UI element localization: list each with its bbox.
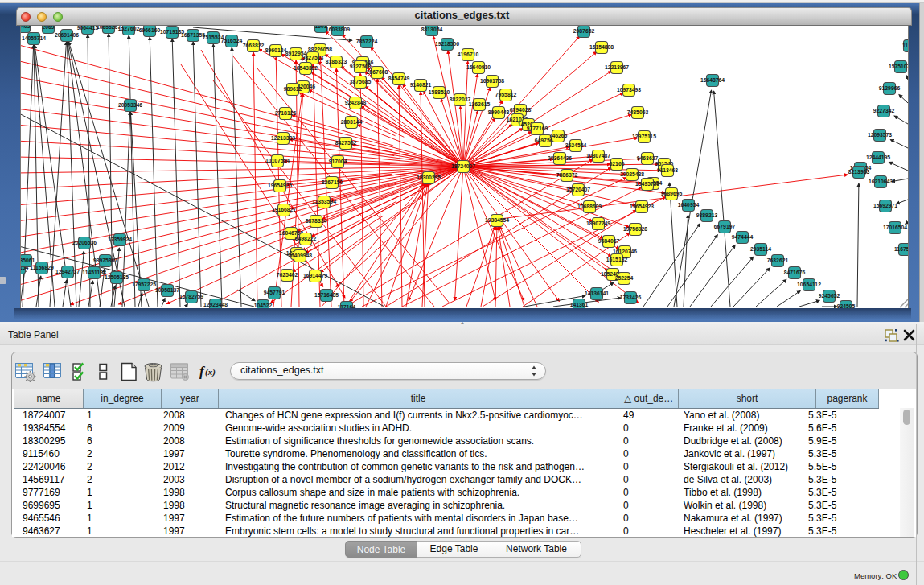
svg-text:9684067: 9684067 <box>598 238 620 244</box>
svg-text:11173: 11173 <box>902 43 908 48</box>
svg-text:8186323: 8186323 <box>326 59 347 64</box>
svg-text:10655267: 10655267 <box>97 26 121 30</box>
svg-text:9777169: 9777169 <box>527 126 548 131</box>
svg-text:8454749: 8454749 <box>388 76 410 81</box>
svg-text:18724007: 18724007 <box>451 163 475 169</box>
svg-text:17016504: 17016504 <box>883 225 907 230</box>
svg-text:20206536: 20206536 <box>72 240 97 245</box>
svg-text:141361: 141361 <box>570 302 589 307</box>
svg-text:14136141: 14136141 <box>585 290 609 296</box>
svg-text:19654923: 19654923 <box>630 204 654 209</box>
svg-text:14055714: 14055714 <box>22 35 46 41</box>
svg-text:2718126: 2718126 <box>275 110 297 116</box>
svg-text:746266: 746266 <box>549 133 568 138</box>
svg-text:935061: 935061 <box>21 257 35 263</box>
svg-text:7516524: 7516524 <box>221 38 243 43</box>
svg-text:9689695: 9689695 <box>661 191 683 196</box>
svg-text:104522: 104522 <box>254 303 273 308</box>
svg-text:9129966: 9129966 <box>879 85 901 91</box>
svg-text:252254: 252254 <box>615 275 634 281</box>
svg-text:1527602: 1527602 <box>118 26 140 31</box>
svg-text:8960124: 8960124 <box>265 47 287 53</box>
svg-text:1640954: 1640954 <box>678 202 700 208</box>
svg-text:16648764: 16648764 <box>700 77 725 83</box>
svg-text:8213953: 8213953 <box>848 169 870 175</box>
svg-text:16033809: 16033809 <box>326 27 350 32</box>
svg-text:12505135: 12505135 <box>105 274 129 280</box>
svg-text:10958137: 10958137 <box>155 287 179 293</box>
svg-text:1588520: 1588520 <box>429 89 450 95</box>
svg-text:3624554: 3624554 <box>565 142 587 148</box>
svg-text:9327503: 9327503 <box>302 55 324 60</box>
svg-text:9474444: 9474444 <box>732 234 754 240</box>
svg-text:2935114: 2935114 <box>750 246 771 252</box>
svg-text:19166827: 19166827 <box>272 207 296 212</box>
svg-text:9113463: 9113463 <box>657 167 678 173</box>
svg-text:8813054: 8813054 <box>421 27 443 32</box>
svg-text:20691406: 20691406 <box>55 32 79 38</box>
svg-text:8990448: 8990448 <box>488 109 510 115</box>
svg-text:19384554: 19384554 <box>485 217 509 223</box>
svg-text:16154808: 16154808 <box>589 44 614 50</box>
svg-text:10025488: 10025488 <box>620 171 644 177</box>
svg-text:17957225: 17957225 <box>132 282 156 287</box>
svg-text:93975867: 93975867 <box>93 257 117 263</box>
svg-text:12213967: 12213967 <box>605 64 629 70</box>
svg-text:7857224: 7857224 <box>356 39 378 44</box>
svg-text:15495759: 15495759 <box>635 181 659 187</box>
svg-text:15751074: 15751074 <box>889 64 908 69</box>
svg-text:15692971: 15692971 <box>873 203 897 208</box>
svg-text:6498222: 6498222 <box>295 236 317 241</box>
svg-text:1362615: 1362615 <box>469 101 491 107</box>
svg-text:17359924: 17359924 <box>108 237 132 242</box>
svg-text:16640910: 16640910 <box>466 64 491 70</box>
svg-text:11451194: 11451194 <box>82 270 106 275</box>
svg-text:7632621: 7632621 <box>767 257 789 263</box>
svg-text:9327508: 9327508 <box>350 64 372 69</box>
svg-text:9064415: 9064415 <box>77 26 99 31</box>
svg-text:7663822: 7663822 <box>243 43 265 48</box>
svg-text:16961758: 16961758 <box>480 78 504 84</box>
svg-text:12923448: 12923448 <box>203 302 228 307</box>
svg-text:4196710: 4196710 <box>458 51 479 57</box>
svg-text:10107554: 10107554 <box>265 158 290 163</box>
svg-text:18907249: 18907249 <box>586 220 610 226</box>
svg-text:16914479: 16914479 <box>303 273 327 278</box>
svg-text:9245652: 9245652 <box>819 293 840 299</box>
svg-text:16671355: 16671355 <box>181 32 205 38</box>
svg-text:2087652: 2087652 <box>573 28 595 34</box>
svg-text:16782759: 16782759 <box>179 294 203 299</box>
svg-text:11353594: 11353594 <box>312 199 336 204</box>
svg-text:12444195: 12444195 <box>866 154 890 160</box>
svg-text:1733426: 1733426 <box>620 295 642 300</box>
svg-text:8471676: 8471676 <box>784 270 806 275</box>
svg-text:9457791: 9457791 <box>264 290 285 295</box>
svg-text:7625402: 7625402 <box>277 272 298 278</box>
svg-text:9227342: 9227342 <box>873 108 895 113</box>
svg-text:2069: 2069 <box>42 26 54 30</box>
svg-text:7485063: 7485063 <box>627 109 649 115</box>
svg-text:19218506: 19218506 <box>435 41 459 47</box>
svg-text:15720407: 15720407 <box>566 187 590 192</box>
svg-text:9389213: 9389213 <box>696 212 718 218</box>
svg-text:12213383: 12213383 <box>271 135 295 141</box>
svg-text:12975115: 12975115 <box>632 134 656 139</box>
svg-text:6794028: 6794028 <box>510 107 532 113</box>
svg-text:9242848: 9242848 <box>345 100 367 105</box>
svg-text:8878334: 8878334 <box>306 218 327 224</box>
svg-text:917004: 917004 <box>329 159 347 164</box>
svg-text:989612: 989612 <box>284 86 302 92</box>
svg-text:10973493: 10973493 <box>617 87 641 93</box>
svg-text:8822037: 8822037 <box>450 97 471 102</box>
svg-text:62160: 62160 <box>610 161 625 167</box>
svg-text:8267150: 8267150 <box>322 179 343 185</box>
svg-text:12942737: 12942737 <box>55 269 80 274</box>
svg-text:10688609: 10688609 <box>577 204 602 209</box>
svg-text:3875685: 3875685 <box>350 79 372 84</box>
svg-text:2867608: 2867608 <box>367 69 388 75</box>
svg-text:9463627: 9463627 <box>637 155 659 161</box>
svg-text:16409948: 16409948 <box>288 253 312 258</box>
svg-text:16543382: 16543382 <box>294 65 318 71</box>
svg-text:16210643: 16210643 <box>869 179 893 184</box>
svg-text:15716485: 15716485 <box>314 292 339 298</box>
